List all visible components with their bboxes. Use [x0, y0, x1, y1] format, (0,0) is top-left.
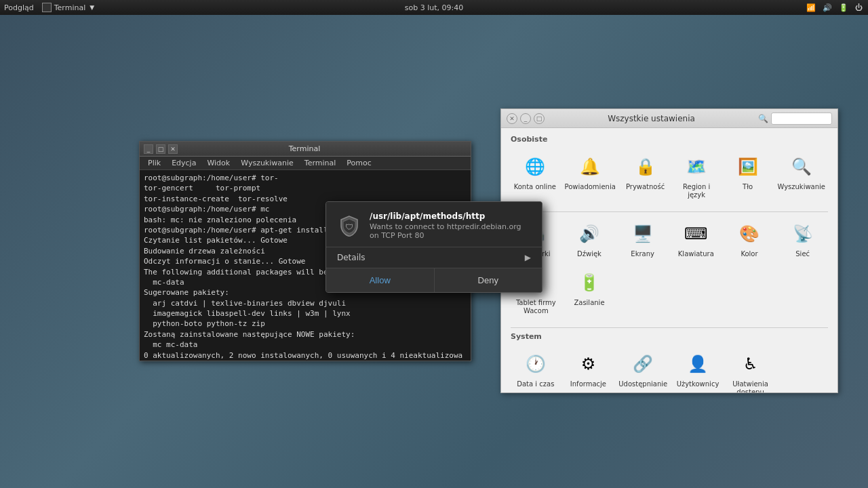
settings-item-powiadomienia[interactable]: 🔔 Powiadomienia — [562, 149, 618, 203]
settings-minimize-button[interactable]: _ — [520, 113, 531, 124]
section-system-title: System — [511, 332, 828, 341]
menu-terminal[interactable]: Terminal — [299, 157, 342, 169]
allow-button[interactable]: Allow — [326, 268, 435, 292]
terminal-icon — [42, 3, 52, 12]
terminal-line: tor-gencert tor-prompt — [144, 183, 467, 193]
wyszukiwanie-icon: 🔍 — [788, 153, 815, 180]
terminal-line: Zostaną zainstalowane następujące NOWE p… — [144, 329, 467, 340]
dialog-app-path: /usr/lib/apt/methods/http — [370, 211, 531, 221]
settings-close-button[interactable]: ✕ — [507, 113, 517, 124]
dialog-text: /usr/lib/apt/methods/http Wants to conne… — [370, 211, 531, 240]
settings-divider-1 — [511, 211, 828, 212]
dialog-header: 🛡 /usr/lib/apt/methods/http Wants to con… — [326, 202, 542, 247]
settings-hardware-grid: 🖨️ Drukarki 🔊 Dźwięk 🖥️ Ekrany ⌨️ Klawia… — [511, 216, 828, 319]
minimize-button[interactable]: _ — [144, 144, 153, 154]
terminal-line: imagemagick libaspell-dev links | w3m | … — [144, 308, 467, 319]
shield-icon: 🛡 — [337, 214, 361, 238]
details-label: Details — [337, 253, 366, 262]
svg-text:🛡: 🛡 — [345, 222, 353, 232]
powiadomienia-label: Powiadomienia — [565, 183, 616, 191]
section-personal-title: Osobiste — [511, 135, 828, 144]
prywatnosc-label: Prywatność — [626, 183, 665, 191]
close-button[interactable]: ✕ — [168, 144, 178, 154]
dzwiek-label: Dźwięk — [577, 250, 601, 258]
konta-online-icon: 🌐 — [521, 153, 549, 180]
settings-window: ✕ _ □ Wszystkie ustawienia 🔍 Osobiste 🌐 … — [500, 108, 838, 393]
datetime-label: sob 3 lut, 09:40 — [405, 3, 463, 12]
terminal-app-label: Terminal — [54, 3, 86, 12]
region-icon: 🗺️ — [683, 153, 710, 180]
settings-item-region[interactable]: 🗺️ Region i język — [672, 149, 721, 203]
kolor-label: Kolor — [741, 250, 757, 258]
settings-divider-2 — [511, 327, 828, 328]
menu-plik[interactable]: Plik — [142, 157, 166, 169]
klawiatura-icon: ⌨️ — [682, 220, 709, 247]
dzwiek-icon: 🔊 — [576, 220, 603, 247]
uzytkownicy-label: Użytkownicy — [677, 380, 719, 388]
taskbar: Podgląd Terminal ▼ sob 3 lut, 09:40 📶 🔊 … — [0, 0, 868, 15]
terminal-dropdown-icon[interactable]: ▼ — [90, 4, 94, 11]
settings-item-uzytkownicy[interactable]: 👤 Użytkownicy — [673, 346, 723, 392]
menu-widok[interactable]: Widok — [201, 157, 235, 169]
settings-item-siec[interactable]: 📡 Sieć — [777, 216, 828, 262]
settings-item-informacje[interactable]: ⚙️ Informacje — [564, 346, 614, 392]
settings-system-grid: 🕐 Data i czas ⚙️ Informacje 🔗 Udostępnia… — [511, 346, 828, 392]
power-icon[interactable]: ⏻ — [854, 3, 864, 12]
zasilanie-icon: 🔋 — [576, 269, 603, 296]
data-icon: 🕐 — [522, 350, 549, 378]
settings-item-tlo[interactable]: 🖼️ Tło — [724, 149, 772, 203]
settings-controls: ✕ _ □ — [507, 113, 545, 124]
settings-item-zasilanie[interactable]: 🔋 Zasilanie — [564, 265, 615, 319]
terminal-titlebar: _ □ ✕ Terminal — [140, 142, 471, 157]
terminal-line: python-boto python-tz zip — [144, 319, 467, 329]
settings-maximize-button[interactable]: □ — [534, 113, 545, 124]
search-icon: 🔍 — [758, 114, 768, 123]
wacom-label: Tablet firmy Wacom — [513, 299, 559, 315]
konta-online-label: Konta online — [514, 183, 556, 191]
settings-item-kolor[interactable]: 🎨 Kolor — [724, 216, 775, 262]
menu-wyszukiwanie[interactable]: Wyszukiwanie — [235, 157, 299, 169]
settings-search-area: 🔍 — [758, 113, 832, 125]
kolor-icon: 🎨 — [736, 220, 763, 247]
maximize-button[interactable]: □ — [156, 144, 165, 154]
siec-icon: 📡 — [789, 220, 816, 247]
firewall-dialog: 🛡 /usr/lib/apt/methods/http Wants to con… — [326, 201, 542, 293]
titlebar-controls: _ □ ✕ — [144, 144, 178, 154]
settings-titlebar: ✕ _ □ Wszystkie ustawienia 🔍 — [501, 109, 837, 128]
settings-item-dzwiek[interactable]: 🔊 Dźwięk — [564, 216, 615, 262]
menu-edycja[interactable]: Edycja — [166, 157, 201, 169]
menu-pomoc[interactable]: Pomoc — [341, 157, 376, 169]
settings-item-udostepnianie[interactable]: 🔗 Udostępnianie — [616, 346, 670, 392]
settings-title: Wszystkie ustawienia — [545, 114, 758, 123]
terminal-taskbar-app[interactable]: Terminal ▼ — [39, 3, 97, 12]
settings-personal-grid: 🌐 Konta online 🔔 Powiadomienia 🔒 Prywatn… — [511, 149, 828, 203]
taskbar-datetime: sob 3 lut, 09:40 — [405, 3, 463, 12]
tlo-icon: 🖼️ — [734, 153, 762, 180]
zasilanie-label: Zasilanie — [574, 299, 604, 307]
settings-item-prywatnosc[interactable]: 🔒 Prywatność — [621, 149, 670, 203]
terminal-menu-bar: Plik Edycja Widok Wyszukiwanie Terminal … — [140, 157, 471, 170]
settings-item-klawiatura[interactable]: ⌨️ Klawiatura — [671, 216, 722, 262]
terminal-line: arj catdvi | texlive-binaries dbview djv… — [144, 298, 467, 308]
settings-item-konta-online[interactable]: 🌐 Konta online — [511, 149, 559, 203]
deny-button[interactable]: Deny — [435, 268, 542, 292]
settings-search-input[interactable] — [771, 113, 832, 125]
taskbar-right: 📶 🔊 🔋 ⏻ — [805, 3, 864, 12]
network-icon: 📶 — [805, 3, 817, 12]
dialog-details-row[interactable]: Details ▶ — [326, 247, 542, 268]
udostepnianie-label: Udostępnianie — [618, 380, 667, 388]
uzytkownicy-icon: 👤 — [684, 350, 711, 378]
settings-item-ekrany[interactable]: 🖥️ Ekrany — [617, 216, 668, 262]
ekrany-icon: 🖥️ — [629, 220, 656, 247]
terminal-line: root@subgraph:/home/user# tor- — [144, 173, 467, 183]
settings-item-data[interactable]: 🕐 Data i czas — [511, 346, 561, 392]
terminal-title: Terminal — [178, 144, 431, 153]
terminal-line: 0 aktualizowanych, 2 nowo instalowanych,… — [144, 350, 467, 360]
klawiatura-label: Klawiatura — [678, 250, 714, 258]
settings-item-wyszukiwanie[interactable]: 🔍 Wyszukiwanie — [774, 149, 828, 203]
tlo-label: Tło — [743, 183, 753, 191]
settings-item-ulatwienia[interactable]: ♿ Ułatwienia dostępu — [726, 346, 776, 392]
details-arrow-icon: ▶ — [525, 253, 531, 262]
ulatwienia-label: Ułatwienia dostępu — [728, 380, 773, 392]
settings-content: Osobiste 🌐 Konta online 🔔 Powiadomienia … — [501, 128, 837, 392]
